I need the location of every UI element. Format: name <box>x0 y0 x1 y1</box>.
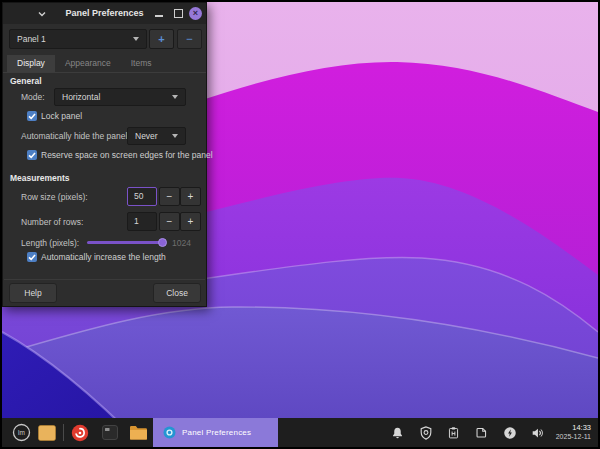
minimize-button[interactable] <box>155 15 163 17</box>
chevron-down-icon <box>172 95 178 99</box>
launcher-files[interactable] <box>34 418 60 447</box>
tab-items[interactable]: Items <box>121 55 162 72</box>
num-rows-label: Number of rows: <box>21 217 83 227</box>
lock-panel-checkbox[interactable] <box>27 111 37 121</box>
clock-date: 2025-12-11 <box>556 433 591 442</box>
num-rows-decrement-button[interactable]: − <box>159 212 180 231</box>
row-size-decrement-button[interactable]: − <box>159 187 180 206</box>
security-tray-item[interactable] <box>412 418 440 447</box>
window-icon <box>475 426 488 439</box>
check-icon <box>27 150 37 160</box>
row-size-label: Row size (pixels): <box>21 192 88 202</box>
clipboard-icon <box>447 426 460 440</box>
autohide-value: Never <box>135 131 158 141</box>
tab-appearance[interactable]: Appearance <box>55 55 121 72</box>
reserve-space-label: Reserve space on screen edges for the pa… <box>41 150 213 160</box>
length-label: Length (pixels): <box>21 238 79 248</box>
svg-text:lm: lm <box>18 429 25 436</box>
clock-time: 14:33 <box>556 423 591 432</box>
mode-value: Horizontal <box>62 92 100 102</box>
reserve-space-checkbox[interactable] <box>27 150 37 160</box>
close-button[interactable]: Close <box>153 283 201 303</box>
panel-preferences-window: Panel Preferences × Panel 1 + − Display … <box>2 2 207 307</box>
chevron-down-icon <box>133 37 139 41</box>
power-bolt-icon <box>503 426 517 440</box>
add-panel-button[interactable]: + <box>149 29 174 49</box>
task-button-panel-preferences[interactable]: Panel Preferences <box>153 418 278 447</box>
task-button-label: Panel Preferences <box>182 428 251 437</box>
tab-display[interactable]: Display <box>7 55 55 72</box>
shield-icon <box>419 426 433 440</box>
general-section-heading: General <box>10 76 42 86</box>
taskbar-separator <box>63 424 64 441</box>
launcher-keyboard-key[interactable] <box>97 418 123 447</box>
mode-label: Mode: <box>21 92 45 102</box>
measurements-section-heading: Measurements <box>10 173 70 183</box>
volume-tray-item[interactable] <box>524 418 552 447</box>
length-slider-track[interactable] <box>87 241 165 244</box>
help-button[interactable]: Help <box>9 283 57 303</box>
tab-bar: Display Appearance Items <box>3 55 206 73</box>
clipboard-tray-item[interactable] <box>440 418 468 447</box>
red-swirl-icon <box>71 424 89 442</box>
close-window-button[interactable]: × <box>189 7 202 20</box>
footer-divider <box>4 279 205 280</box>
check-icon <box>27 252 37 262</box>
launcher-file-manager[interactable] <box>125 418 151 447</box>
auto-length-label: Automatically increase the length <box>41 252 166 262</box>
bell-icon <box>391 426 404 440</box>
desktop: lm <box>2 2 598 447</box>
length-value: 1024 <box>172 238 191 248</box>
mint-menu-icon: lm <box>12 423 31 442</box>
mode-dropdown[interactable]: Horizontal <box>54 88 186 106</box>
workspace-tray-item[interactable] <box>468 418 496 447</box>
panel-select-value: Panel 1 <box>17 34 46 44</box>
key-icon <box>102 425 118 440</box>
system-tray: 14:33 2025-12-11 <box>384 418 598 447</box>
autohide-dropdown[interactable]: Never <box>127 127 186 145</box>
auto-length-checkbox[interactable] <box>27 252 37 262</box>
panel-select-dropdown[interactable]: Panel 1 <box>9 29 147 49</box>
speaker-icon <box>530 426 545 440</box>
orange-app-icon <box>38 425 56 441</box>
notifications-tray-item[interactable] <box>384 418 412 447</box>
num-rows-input[interactable]: 1 <box>127 212 157 231</box>
num-rows-increment-button[interactable]: + <box>180 212 201 231</box>
autohide-label: Automatically hide the panel: <box>21 131 130 141</box>
remove-panel-button[interactable]: − <box>177 29 202 49</box>
check-icon <box>27 111 37 121</box>
folder-icon <box>129 425 148 440</box>
row-size-increment-button[interactable]: + <box>180 187 201 206</box>
app-menu-button[interactable]: lm <box>8 418 34 447</box>
clock-widget[interactable]: 14:33 2025-12-11 <box>556 423 591 441</box>
power-tray-item[interactable] <box>496 418 524 447</box>
panel-preferences-app-icon <box>163 426 176 439</box>
maximize-button[interactable] <box>174 9 183 18</box>
lock-panel-label: Lock panel <box>41 111 82 121</box>
titlebar[interactable]: Panel Preferences × <box>3 3 206 24</box>
launcher-red-app[interactable] <box>67 418 93 447</box>
taskbar: lm <box>2 418 598 447</box>
row-size-input[interactable]: 50 <box>127 187 157 206</box>
length-slider-handle[interactable] <box>158 238 167 247</box>
chevron-down-icon <box>172 134 178 138</box>
